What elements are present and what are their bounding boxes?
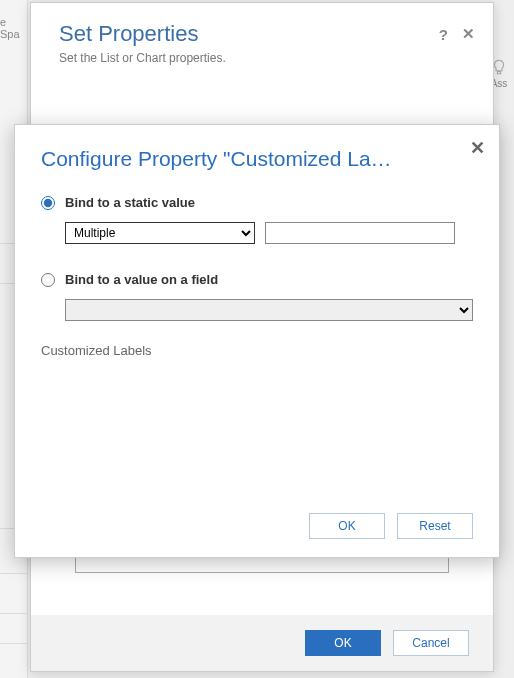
option-static-row: Bind to a static value <box>41 195 473 210</box>
inner-reset-button[interactable]: Reset <box>397 513 473 539</box>
option-field-radio[interactable] <box>41 273 55 287</box>
configure-property-dialog: ✕ Configure Property "Customized La… Bin… <box>14 124 500 558</box>
field-value-select[interactable] <box>65 299 473 321</box>
property-name-text: Customized Labels <box>41 343 473 358</box>
inner-title: Configure Property "Customized La… <box>41 147 451 171</box>
bg-left-text: e Spa <box>0 16 20 40</box>
outer-cancel-button[interactable]: Cancel <box>393 630 469 656</box>
outer-footer: OK Cancel <box>31 615 493 671</box>
outer-header: Set Properties Set the List or Chart pro… <box>31 3 493 75</box>
outer-window-controls: ? ✕ <box>439 25 475 43</box>
close-icon[interactable]: ✕ <box>462 25 475 43</box>
option-static-label[interactable]: Bind to a static value <box>65 195 195 210</box>
static-value-select[interactable]: Multiple <box>65 222 255 244</box>
outer-subtitle: Set the List or Chart properties. <box>59 51 465 65</box>
close-icon[interactable]: ✕ <box>470 139 485 157</box>
outer-title: Set Properties <box>59 21 465 47</box>
static-value-input[interactable] <box>265 222 455 244</box>
bg-divider <box>0 610 28 644</box>
bg-divider <box>0 580 28 614</box>
static-fields-row: Multiple <box>41 222 473 244</box>
option-field-label[interactable]: Bind to a value on a field <box>65 272 218 287</box>
inner-ok-button[interactable]: OK <box>309 513 385 539</box>
option-field-row: Bind to a value on a field <box>41 272 473 287</box>
outer-ok-button[interactable]: OK <box>305 630 381 656</box>
inner-footer: OK Reset <box>309 513 473 539</box>
help-icon[interactable]: ? <box>439 26 448 43</box>
field-select-row <box>41 299 473 321</box>
option-static-radio[interactable] <box>41 196 55 210</box>
